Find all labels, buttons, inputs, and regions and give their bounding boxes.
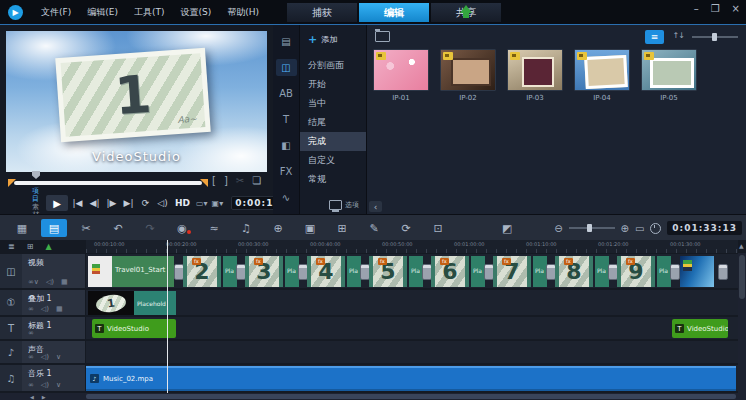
filter-icon[interactable]: FX <box>276 163 297 180</box>
mute-icon[interactable]: ◁) <box>41 305 49 313</box>
video-clip-placeholder[interactable]: Pla <box>285 256 299 287</box>
video-clip-placeholder[interactable]: Pla <box>595 256 609 287</box>
enlarge-preview-icon[interactable]: ❏ <box>252 175 261 186</box>
video-clip-number[interactable]: 4fx <box>307 256 345 287</box>
mark-out-icon[interactable]: ] <box>224 175 228 186</box>
hd-toggle[interactable]: HD <box>175 198 190 208</box>
timeline-view-icon[interactable]: ▤ <box>41 219 67 237</box>
category-结尾[interactable]: 结尾 <box>300 113 366 132</box>
template-thumbnail[interactable]: IP-05 <box>641 49 697 102</box>
split-icon[interactable]: ✂ <box>236 175 244 186</box>
transition-icon[interactable] <box>718 264 728 280</box>
title-icon[interactable]: T <box>276 111 297 128</box>
mute-icon[interactable]: ◁) <box>41 353 49 361</box>
play-icon[interactable]: ▶ <box>46 195 68 211</box>
fit-timeline-icon[interactable]: ▭ <box>635 223 644 234</box>
video-clip-number[interactable]: 5fx <box>369 256 407 287</box>
vertical-scrollbar[interactable]: ▲ <box>738 253 746 393</box>
next-frame-icon[interactable]: |▶ <box>104 198 119 208</box>
overlay-clip-thumbnail[interactable]: 1 <box>88 291 134 315</box>
preview-size-dropdown[interactable]: ▭▾ <box>196 199 208 208</box>
title-track-lane[interactable] <box>86 317 738 339</box>
scroll-up-icon[interactable]: ▲ <box>739 242 744 249</box>
scrub-playhead-marker[interactable] <box>32 171 40 179</box>
extra-icon[interactable]: ▦ <box>56 305 63 313</box>
voice-track-lane[interactable] <box>86 341 738 363</box>
scrub-bar[interactable] <box>14 181 202 185</box>
category-常规[interactable]: 常规 <box>300 170 366 189</box>
snapshot-dropdown[interactable]: ▣▾ <box>212 199 224 208</box>
category-完成[interactable]: 完成 <box>300 132 366 151</box>
timeline-ruler[interactable]: 00:00:10:0000:00:20:0000:00:30:0000:00:4… <box>86 240 738 253</box>
video-clip-ending[interactable] <box>680 256 714 287</box>
home-icon[interactable]: |◀ <box>70 198 85 208</box>
menu-item[interactable]: 帮助(H) <box>219 1 267 24</box>
mute-icon[interactable]: ◁) <box>41 381 49 389</box>
import-folder-icon[interactable] <box>375 31 390 42</box>
options-button[interactable]: 选项 <box>329 200 359 210</box>
mute-icon[interactable]: ◁) <box>46 278 54 286</box>
link-icon[interactable]: ∞∨ <box>28 278 39 286</box>
minimize-button[interactable]: – <box>694 3 699 14</box>
motion-path-icon[interactable]: ∿ <box>276 189 297 206</box>
trim-end-handle[interactable] <box>200 179 208 187</box>
template-thumbnail[interactable]: IP-03 <box>507 49 563 102</box>
scroll-left-icon[interactable]: ◀ <box>30 394 34 400</box>
extra-icon[interactable]: ▦ <box>61 278 68 286</box>
video-clip-first[interactable]: Travel01_Start <box>88 256 174 287</box>
motion-tracking-icon[interactable]: ⊕ <box>265 219 291 237</box>
video-clip-number[interactable]: 2fx <box>183 256 221 287</box>
timeline-duration-timecode[interactable]: 0:01:33:13 <box>667 221 742 235</box>
video-clip-placeholder[interactable]: Pla <box>409 256 423 287</box>
zoom-out-icon[interactable]: ⊖ <box>554 223 562 234</box>
link-icon[interactable]: ∞ <box>28 305 34 313</box>
prev-frame-icon[interactable]: ◀| <box>87 198 102 208</box>
speed-lapse-icon[interactable]: ⟳ <box>393 219 419 237</box>
swap-tracks-icon[interactable]: ▲ <box>45 242 51 251</box>
restore-button[interactable]: ❐ <box>711 3 720 14</box>
upgrade-arrow-icon[interactable] <box>460 5 472 13</box>
template-thumbnail[interactable]: IP-04 <box>574 49 630 102</box>
thumbnail-size-slider[interactable] <box>692 36 738 38</box>
extra-icon[interactable]: ∨ <box>56 353 61 361</box>
list-view-toggle[interactable]: ≡ <box>645 30 664 44</box>
mask-creator-icon[interactable]: ◩ <box>494 219 520 237</box>
video-clip-placeholder[interactable]: Pla <box>223 256 237 287</box>
zoom-in-icon[interactable]: ⊕ <box>621 223 629 234</box>
track-manager-icon[interactable]: ≣ <box>8 242 15 251</box>
link-icon[interactable]: ∞ <box>28 329 34 337</box>
video-clip-placeholder[interactable]: Pla <box>657 256 671 287</box>
tab-编辑[interactable]: 编辑 <box>358 2 430 23</box>
link-icon[interactable]: ∞ <box>28 381 34 389</box>
video-clip-number[interactable]: 7fx <box>493 256 531 287</box>
close-button[interactable]: × <box>732 3 740 14</box>
track-header-music[interactable]: ♫音乐 1∞◁)∨ <box>0 365 85 391</box>
painting-creator-icon[interactable]: ✎ <box>361 219 387 237</box>
mode-project-label[interactable]: 项目 <box>32 187 39 203</box>
redo-icon[interactable]: ↷ <box>137 219 163 237</box>
category-开始[interactable]: 开始 <box>300 75 366 94</box>
category-当中[interactable]: 当中 <box>300 94 366 113</box>
tab-捕获[interactable]: 捕获 <box>286 2 358 23</box>
graphics-icon[interactable]: ◧ <box>276 137 297 154</box>
vertical-scroll-thumb[interactable] <box>739 255 745 299</box>
template-thumbnail[interactable]: IP-01 <box>373 49 429 102</box>
storyboard-view-icon[interactable]: ▦ <box>9 219 35 237</box>
title-clip[interactable]: TVideoStudio <box>92 319 176 338</box>
timeline-zoom-slider[interactable] <box>569 227 615 229</box>
menu-item[interactable]: 编辑(E) <box>79 1 126 24</box>
end-icon[interactable]: ▶| <box>121 198 136 208</box>
track-header-title[interactable]: T标题 1∞ <box>0 317 85 339</box>
volume-icon[interactable]: ◁) <box>155 198 170 208</box>
track-header-voice[interactable]: ♪声音∞◁)∨ <box>0 341 85 363</box>
undo-icon[interactable]: ↶ <box>105 219 131 237</box>
timeline-playhead[interactable] <box>167 240 168 393</box>
track-header-video[interactable]: ◫视频∞∨◁)▦ <box>0 254 85 288</box>
video-clip-number[interactable]: 3fx <box>245 256 283 287</box>
record-capture-icon[interactable]: ◉ <box>169 219 195 237</box>
transition-icon[interactable] <box>670 264 680 280</box>
tools-icon[interactable]: ✂ <box>73 219 99 237</box>
duration-clock-icon[interactable] <box>650 223 661 234</box>
extra-icon[interactable]: ∨ <box>56 381 61 389</box>
instant-project-template-icon[interactable]: ◫ <box>276 59 297 76</box>
